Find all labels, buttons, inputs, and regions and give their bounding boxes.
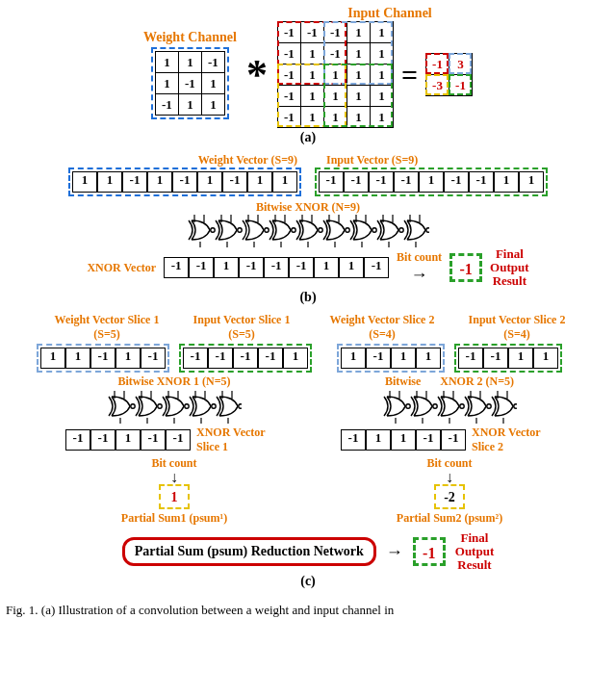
- weight-vector-label: Weight Vector (S=9): [198, 153, 297, 168]
- window-overlay-green: [323, 64, 393, 127]
- figure-caption: Fig. 1. (a) Illustration of a convolutio…: [6, 603, 610, 618]
- ws1: 11-11-1: [40, 348, 166, 369]
- reduction-network-box: Partial Sum (psum) Reduction Network: [122, 537, 376, 566]
- xnor-vec1-label: XNOR Vector Slice 1: [196, 425, 283, 454]
- input-vector-label: Input Vector (S=9): [326, 153, 418, 168]
- final-output-label-b: Final Output Result: [490, 247, 528, 288]
- xnor1-label: Bitwise XNOR 1 (N=5): [117, 374, 230, 389]
- section-b: Weight Vector (S=9) Input Vector (S=9) 1…: [6, 153, 610, 313]
- bitcount-label-b: Bit count: [397, 250, 442, 265]
- weight-channel-label: Weight Channel: [143, 30, 237, 45]
- xnor2-label: BitwiseXNOR 2 (N=5): [385, 374, 514, 389]
- xnor-vector-label-b: XNOR Vector: [87, 261, 156, 275]
- caption-c: (c): [300, 574, 316, 589]
- weight-vector-b: 11-11-11-111: [72, 171, 297, 193]
- result-cell-red: [425, 53, 449, 74]
- xnor-gate-icon: [187, 215, 429, 247]
- psum2-box: -2: [434, 484, 465, 509]
- equals-sign: =: [398, 59, 422, 91]
- xnor-label-b: Bitwise XNOR (N=9): [256, 200, 360, 215]
- xnor-vector-b: -1-11-1-1-111-1: [164, 257, 389, 278]
- xnor-gates-c2: [382, 391, 517, 424]
- psum1-label: Partial Sum1 (psum¹): [121, 511, 227, 526]
- input-vector-b: -1-1-1-11-1-111: [319, 171, 544, 193]
- xnor-vec2: -111-1-1: [341, 429, 466, 451]
- section-a: Input Channel Weight Channel 11-1 1-11 -…: [6, 6, 610, 153]
- is2: -1-111: [458, 348, 558, 369]
- result-box-c: -1: [413, 537, 446, 566]
- result-cell-yellow: [425, 74, 449, 95]
- conv-op: *: [241, 50, 273, 99]
- psum1-box: 1: [159, 484, 190, 509]
- final-output-label-c: Final Output Result: [455, 531, 494, 572]
- is1: -1-1-1-11: [183, 348, 308, 369]
- result-cell-ltblue: [449, 53, 472, 74]
- ws2-label: Weight Vector Slice 2 (S=4): [320, 313, 445, 342]
- weight-matrix: 11-1 1-11 -111: [155, 51, 225, 116]
- is1-label: Input Vector Slice 1 (S=5): [179, 313, 304, 342]
- section-c: Weight Vector Slice 1 (S=5) Input Vector…: [6, 313, 610, 597]
- result-cell-green: [449, 74, 472, 95]
- result-box-b: -1: [449, 253, 482, 282]
- caption-b: (b): [299, 290, 316, 305]
- is2-label: Input Vector Slice 2 (S=4): [454, 313, 579, 342]
- xnor-gates-c1: [107, 391, 242, 424]
- result-matrix-wrap: -13 -3-1: [425, 53, 473, 96]
- input-channel-label: Input Channel: [347, 6, 432, 21]
- psum2-label: Partial Sum2 (psum²): [397, 511, 502, 526]
- xnor-gates-b: [187, 215, 429, 247]
- ws1-label: Weight Vector Slice 1 (S=5): [44, 313, 169, 342]
- xnor-vec1: -1-11-1-1: [65, 429, 191, 451]
- caption-a: (a): [300, 130, 316, 145]
- ws2: 1-111: [341, 348, 441, 369]
- xnor-vec2-label: XNOR Vector Slice 2: [472, 425, 558, 454]
- input-matrix-wrap: -1-1-111 -11-111 -11111 -11111 -11111: [277, 21, 394, 128]
